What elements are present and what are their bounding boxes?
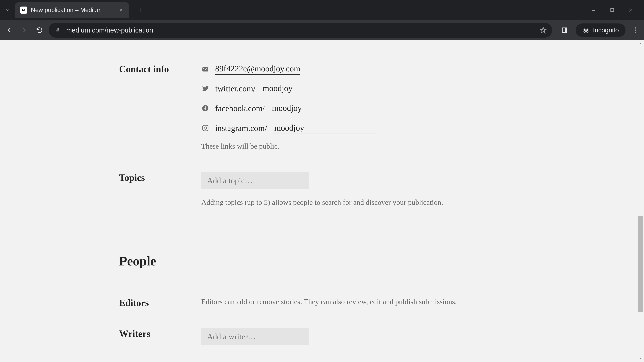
contact-info-section: Contact info 89f4222e@moodjoy.com twitte… <box>60 64 584 150</box>
email-icon <box>201 65 209 73</box>
close-tab-icon[interactable] <box>118 7 124 13</box>
close-window-icon[interactable] <box>627 7 634 13</box>
facebook-icon <box>201 104 209 112</box>
browser-toolbar: medium.com/new-publication Incognito <box>0 20 644 40</box>
maximize-icon[interactable] <box>609 7 616 13</box>
svg-point-15 <box>206 126 207 127</box>
side-panel-icon[interactable] <box>559 24 570 36</box>
topics-heading: Topics <box>60 172 201 207</box>
contact-facebook-row: facebook.com/ <box>201 102 584 114</box>
facebook-username-input[interactable] <box>271 102 374 114</box>
instagram-prefix: instagram.com/ <box>215 123 267 133</box>
svg-rect-3 <box>56 32 59 32</box>
url-text: medium.com/new-publication <box>66 26 535 34</box>
browser-chrome: M New publication – Medium <box>0 0 644 40</box>
address-bar[interactable]: medium.com/new-publication <box>49 23 552 38</box>
writers-section: Writers <box>60 328 584 345</box>
svg-rect-11 <box>202 67 208 71</box>
contact-links-note: These links will be public. <box>201 142 584 150</box>
contact-email-link[interactable]: 89f4222e@moodjoy.com <box>215 64 300 75</box>
page-viewport: Contact info 89f4222e@moodjoy.com twitte… <box>0 40 644 362</box>
medium-favicon-icon: M <box>20 6 27 13</box>
svg-point-9 <box>635 29 636 31</box>
twitter-prefix: twitter.com/ <box>215 84 256 93</box>
incognito-badge[interactable]: Incognito <box>576 23 626 37</box>
new-tab-button[interactable] <box>136 5 146 15</box>
contact-twitter-row: twitter.com/ <box>201 83 584 94</box>
tab-title: New publication – Medium <box>31 6 114 13</box>
tab-search-dropdown[interactable] <box>2 5 12 15</box>
instagram-username-input[interactable] <box>273 122 376 134</box>
instagram-icon <box>201 124 209 132</box>
twitter-icon <box>201 84 209 92</box>
svg-rect-2 <box>56 30 59 31</box>
writers-heading: Writers <box>60 328 201 345</box>
svg-rect-0 <box>611 8 614 11</box>
contact-email-row: 89f4222e@moodjoy.com <box>201 64 584 75</box>
editors-section: Editors Editors can add or remove storie… <box>60 298 584 308</box>
scrollbar-up-icon[interactable] <box>637 40 644 47</box>
chrome-menu-icon[interactable] <box>630 25 641 35</box>
editors-heading: Editors <box>60 298 201 308</box>
scrollbar-thumb[interactable] <box>638 216 643 312</box>
reload-button[interactable] <box>34 24 45 36</box>
incognito-label: Incognito <box>593 27 619 34</box>
topics-section: Topics Adding topics (up to 5) allows pe… <box>60 172 584 207</box>
contact-instagram-row: instagram.com/ <box>201 122 584 134</box>
forward-button[interactable] <box>18 24 30 36</box>
svg-point-1 <box>57 28 59 30</box>
add-topic-input[interactable] <box>201 172 310 189</box>
people-divider <box>119 277 525 277</box>
bookmark-star-icon[interactable] <box>539 26 547 34</box>
svg-rect-5 <box>565 28 567 32</box>
topics-help-text: Adding topics (up to 5) allows people to… <box>201 198 584 207</box>
incognito-icon <box>582 26 590 34</box>
contact-info-heading: Contact info <box>60 64 201 150</box>
svg-point-8 <box>635 27 636 28</box>
add-writer-input[interactable] <box>201 328 310 345</box>
editors-description: Editors can add or remove stories. They … <box>201 298 584 306</box>
people-heading: People <box>60 254 584 269</box>
minimize-icon[interactable] <box>590 7 597 13</box>
page-content: Contact info 89f4222e@moodjoy.com twitte… <box>60 40 584 345</box>
scrollbar-down-icon[interactable] <box>637 355 644 362</box>
toolbar-right: Incognito <box>556 23 641 37</box>
svg-point-7 <box>586 30 588 32</box>
site-info-icon[interactable] <box>54 26 62 34</box>
vertical-scrollbar[interactable] <box>637 40 644 362</box>
svg-point-10 <box>635 32 636 33</box>
svg-point-6 <box>584 30 586 32</box>
back-button[interactable] <box>3 24 15 36</box>
titlebar: M New publication – Medium <box>0 0 644 20</box>
browser-tab[interactable]: M New publication – Medium <box>15 2 129 18</box>
svg-point-14 <box>204 127 206 129</box>
facebook-prefix: facebook.com/ <box>215 103 265 113</box>
twitter-username-input[interactable] <box>261 83 364 94</box>
window-controls <box>590 0 644 20</box>
